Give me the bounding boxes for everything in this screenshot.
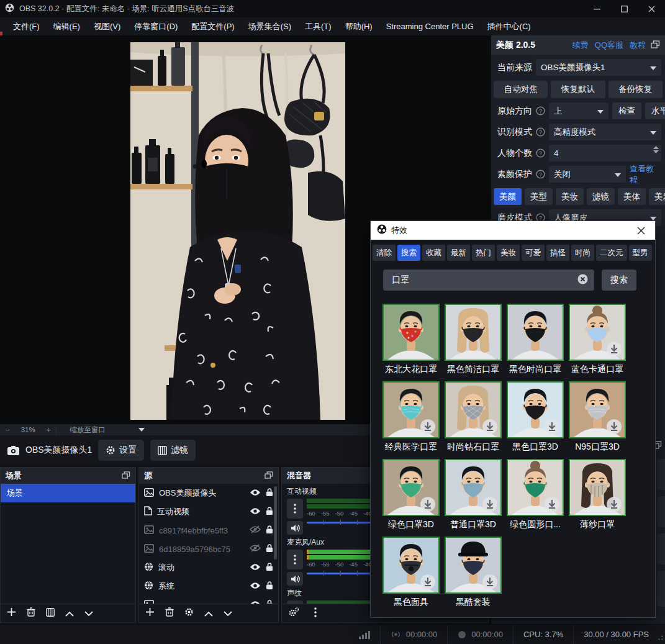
effect-thumbnail[interactable] (569, 381, 626, 438)
effect-item-14[interactable]: 黑酷套装 (442, 537, 504, 614)
source-row[interactable]: c8917f4ebbfbfe5ff3 (139, 521, 278, 540)
effects-tab-最新[interactable]: 最新 (447, 245, 470, 261)
popout-icon[interactable] (122, 471, 130, 481)
scenes-add-icon[interactable] (7, 607, 16, 619)
tutorial-link[interactable]: 查看教程 (630, 163, 661, 186)
effect-item-9[interactable]: 绿色口罩3D (380, 459, 442, 537)
scenes-trash-icon[interactable] (27, 607, 35, 619)
menu-item-9[interactable]: Streaming Center PLUG (379, 17, 481, 35)
effect-thumbnail[interactable] (382, 381, 440, 438)
persons-stepper[interactable]: 4 (549, 145, 661, 161)
panel-button[interactable] (657, 496, 665, 527)
effect-thumbnail[interactable] (382, 459, 440, 516)
beauty-tab-美型[interactable]: 美型 (525, 188, 553, 205)
effect-thumbnail[interactable] (445, 304, 502, 361)
effect-thumbnail[interactable] (569, 459, 626, 516)
effect-item-12[interactable]: 薄纱口罩 (566, 459, 628, 537)
mute-speaker-button[interactable] (287, 521, 303, 535)
effect-thumbnail[interactable] (445, 459, 502, 516)
menu-item-4[interactable]: 停靠窗口(D) (127, 17, 184, 35)
effect-item-6[interactable]: 时尚钻石口罩 (442, 381, 504, 459)
zoom-fit-select[interactable]: 缩放至窗口 (56, 425, 150, 435)
effect-thumbnail[interactable] (382, 537, 440, 594)
panel-button[interactable] (657, 571, 665, 607)
effect-item-13[interactable]: 黑色面具 (380, 537, 442, 614)
effects-tab-收藏[interactable]: 收藏 (422, 245, 445, 261)
beauty-link-1[interactable]: 续费 (572, 40, 589, 51)
zoom-in-button[interactable]: + (41, 426, 57, 433)
source-row[interactable]: 系统 (139, 577, 278, 596)
effect-thumbnail[interactable] (507, 459, 564, 516)
beauty-tab-美体[interactable]: 美体 (618, 188, 646, 205)
effects-tab-清除[interactable]: 清除 (373, 245, 396, 261)
effects-tab-搞怪[interactable]: 搞怪 (546, 245, 569, 261)
scenes-down-icon[interactable] (84, 608, 93, 619)
beauty-link-3[interactable]: 教程 (630, 40, 646, 51)
panel-button[interactable] (657, 459, 665, 490)
visibility-eye-icon[interactable] (250, 507, 261, 517)
mute-speaker-button[interactable] (287, 572, 303, 586)
beauty-tab-美颜[interactable]: 美颜 (494, 188, 522, 205)
visibility-eye-off-icon[interactable] (250, 544, 261, 554)
scenes-filter-icon[interactable] (46, 608, 55, 619)
orientation-select[interactable]: 上 (549, 102, 608, 119)
effects-tab-搜索[interactable]: 搜索 (397, 245, 420, 261)
search-input[interactable]: 口罩 (383, 270, 594, 291)
source-row[interactable]: OBS美颜摄像头 (139, 484, 278, 502)
menu-item-3[interactable]: 视图(V) (87, 17, 127, 35)
lock-icon[interactable] (266, 525, 273, 536)
popout-icon[interactable] (651, 40, 660, 51)
search-button[interactable]: 搜索 (602, 270, 636, 291)
help-icon[interactable]: ? (536, 148, 545, 158)
mixer-kebab-icon[interactable] (314, 607, 317, 620)
visibility-eye-icon[interactable] (250, 489, 261, 498)
menu-item-10[interactable]: 插件中心(C) (481, 17, 538, 35)
close-icon[interactable] (638, 0, 665, 17)
lock-icon[interactable] (266, 581, 273, 592)
effects-tab-型男[interactable]: 型男 (629, 245, 652, 261)
menu-item-5[interactable]: 配置文件(P) (184, 17, 241, 35)
source-select[interactable]: OBS美颜摄像头1 (536, 59, 661, 76)
visibility-eye-icon[interactable] (250, 563, 261, 573)
settings-button[interactable]: 设置 (98, 440, 144, 461)
visibility-eye-icon[interactable] (250, 582, 261, 591)
effect-item-11[interactable]: 绿色圆形口... (504, 459, 566, 537)
beauty-tab-滤镜[interactable]: 滤镜 (587, 188, 615, 205)
effect-thumbnail[interactable] (445, 537, 502, 594)
effect-item-8[interactable]: N95口罩3D (566, 381, 628, 459)
sources-add-icon[interactable] (145, 607, 155, 619)
protect-select[interactable]: 关闭 (549, 166, 626, 183)
effects-tab-美妆[interactable]: 美妆 (497, 245, 520, 261)
menu-item-6[interactable]: 场景集合(S) (242, 17, 298, 35)
sources-gear-icon[interactable] (184, 607, 194, 619)
beauty-link-2[interactable]: QQ客服 (595, 40, 623, 51)
lock-icon[interactable] (266, 599, 273, 604)
scenes-up-icon[interactable] (65, 608, 74, 619)
source-row[interactable]: 滚动 (139, 558, 278, 577)
beauty-action-1[interactable]: 自动对焦 (494, 81, 548, 98)
help-icon[interactable]: ? (536, 127, 545, 137)
effect-item-5[interactable]: 经典医学口罩 (380, 381, 442, 459)
lock-icon[interactable] (266, 562, 273, 573)
check-button[interactable]: 检查 (612, 102, 641, 119)
sources-down-icon[interactable] (224, 608, 232, 619)
lock-icon[interactable] (266, 506, 273, 517)
sources-up-icon[interactable] (204, 608, 213, 619)
sources-trash-icon[interactable] (165, 607, 174, 619)
menu-item-7[interactable]: 工具(T) (298, 17, 338, 35)
visibility-eye-off-icon[interactable] (250, 525, 261, 535)
minimize-icon[interactable] (583, 0, 610, 17)
effect-thumbnail[interactable] (569, 304, 626, 361)
beauty-action-2[interactable]: 恢复默认 (551, 81, 605, 98)
filters-button[interactable]: 滤镜 (150, 440, 196, 461)
effect-thumbnail[interactable] (382, 304, 440, 361)
beauty-tab-美妆[interactable]: 美妆 (556, 188, 584, 205)
recognition-select[interactable]: 高精度模式 (549, 124, 661, 140)
channel-menu-button[interactable] (287, 499, 303, 519)
beauty-tab-美发[interactable]: 美发 (649, 188, 665, 205)
effects-tab-可爱[interactable]: 可爱 (522, 245, 545, 261)
help-icon[interactable]: ? (536, 170, 545, 179)
close-icon[interactable] (633, 222, 649, 238)
channel-menu-button[interactable] (287, 550, 303, 569)
lock-icon[interactable] (266, 488, 273, 499)
